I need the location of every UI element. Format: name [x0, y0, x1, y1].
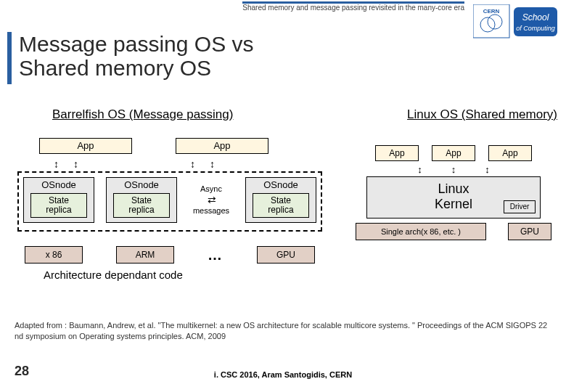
osnode-2: OSnode State replica [106, 177, 177, 223]
state-replica: State replica [113, 193, 170, 218]
title-line2: Shared memory OS [19, 56, 211, 80]
lx-app-1: App [375, 145, 419, 161]
driver-box: Driver [504, 200, 536, 213]
footer-text: i. CSC 2016, Aram Santogidis, CERN [0, 370, 566, 379]
citation-text: Adapted from : Baumann, Andrew, et al. "… [15, 320, 551, 341]
osnode-label: OSnode [246, 179, 316, 190]
double-arrow-icon: ↕ [485, 164, 490, 175]
title-line1: Message passing OS vs [19, 32, 253, 56]
double-arrow-icon: ↕ [54, 158, 59, 170]
left-right-arrow-icon: ⇄ [208, 194, 216, 205]
bf-app-2: App [176, 138, 268, 154]
double-arrow-icon: ↕ [210, 158, 215, 170]
svg-text:of Computing: of Computing [516, 25, 555, 32]
subtitle-linux: Linux OS (Shared memory) [407, 107, 557, 122]
linux-gpu-box: GPU [508, 223, 551, 240]
arch-dependent-caption: Architecture dependant code [44, 269, 183, 281]
slide-title: Message passing OS vs Shared memory OS [19, 32, 253, 80]
double-arrow-icon: ↕ [417, 164, 422, 175]
svg-text:School: School [522, 12, 549, 23]
ellipsis-icon: … [208, 247, 223, 264]
kernel-label-2: Kernel [435, 197, 472, 211]
double-arrow-icon: ↕ [451, 164, 456, 175]
arch-x86: x 86 [25, 246, 83, 264]
running-title: Shared memory and message passing revisi… [242, 1, 464, 12]
bf-app-1: App [39, 138, 132, 154]
barrelfish-diagram: App App ↕↕ ↕↕ OSnode State replica OSnod… [17, 138, 322, 264]
kernel-label-1: Linux [438, 181, 469, 196]
osnode-label: OSnode [107, 179, 176, 190]
subtitle-barrelfish: Barrelfish OS (Message passing) [52, 107, 233, 122]
logo-text-cern: CERN [483, 8, 500, 15]
state-replica: State replica [30, 193, 87, 218]
osnode-label: OSnode [24, 179, 94, 190]
double-arrow-icon: ↕ [73, 158, 78, 170]
cern-csc-logo: CERN School of Computing [473, 4, 560, 39]
linux-diagram: App App App ↕ ↕ ↕ Linux Kernel Driver Si… [356, 145, 551, 240]
arch-arm: ARM [116, 246, 174, 264]
title-accent-bar [7, 32, 12, 84]
lx-app-2: App [432, 145, 475, 161]
double-arrow-icon: ↕ [190, 158, 195, 170]
linux-kernel-box: Linux Kernel Driver [366, 176, 541, 219]
osnode-3: OSnode State replica [245, 177, 316, 223]
single-arch-box: Single arch(x 86, etc. ) [356, 223, 486, 240]
osnode-1: OSnode State replica [23, 177, 94, 223]
state-replica: State replica [253, 193, 309, 218]
arch-gpu: GPU [257, 246, 315, 264]
async-messages-label: Async ⇄ messages [189, 184, 234, 216]
osnode-rail: OSnode State replica OSnode State replic… [17, 171, 322, 232]
lx-app-3: App [488, 145, 532, 161]
